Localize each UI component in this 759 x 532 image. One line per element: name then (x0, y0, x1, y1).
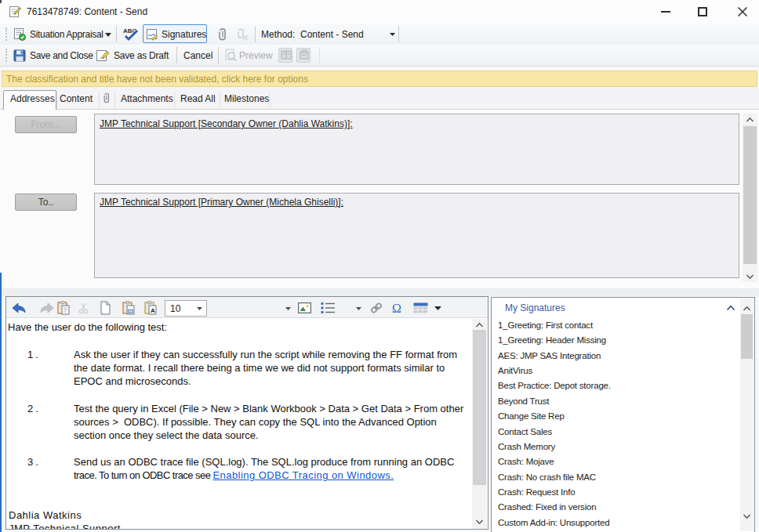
svg-text:A: A (151, 307, 155, 314)
svg-text:Ω: Ω (392, 302, 401, 314)
